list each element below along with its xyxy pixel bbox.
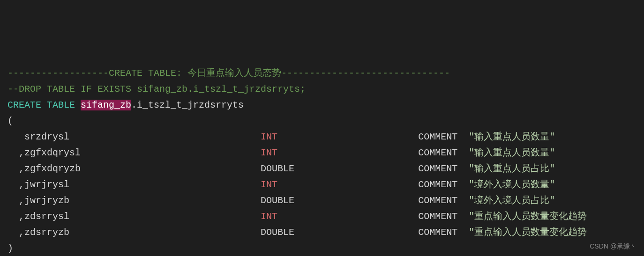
schema-name-highlighted: sifang_zb [81, 100, 131, 110]
create-table-statement: CREATE TABLE sifang_zb.i_tszl_t_jrzdsrry… [7, 100, 244, 110]
column-definitions: srzdrysl INT COMMENT "输入重点人员数量" ,zgfxdqr… [7, 129, 637, 241]
drop-table-comment: --DROP TABLE IF EXISTS sifang_zb.i_tszl_… [7, 84, 306, 95]
watermark-label: CSDN @承缘丶 [590, 241, 637, 252]
header-comment-line: ------------------CREATE TABLE: 今日重点输入人员… [7, 68, 450, 79]
paren-open: ( [7, 116, 13, 126]
paren-close: ) [7, 243, 13, 254]
code-editor[interactable]: ------------------CREATE TABLE: 今日重点输入人员… [7, 66, 637, 256]
